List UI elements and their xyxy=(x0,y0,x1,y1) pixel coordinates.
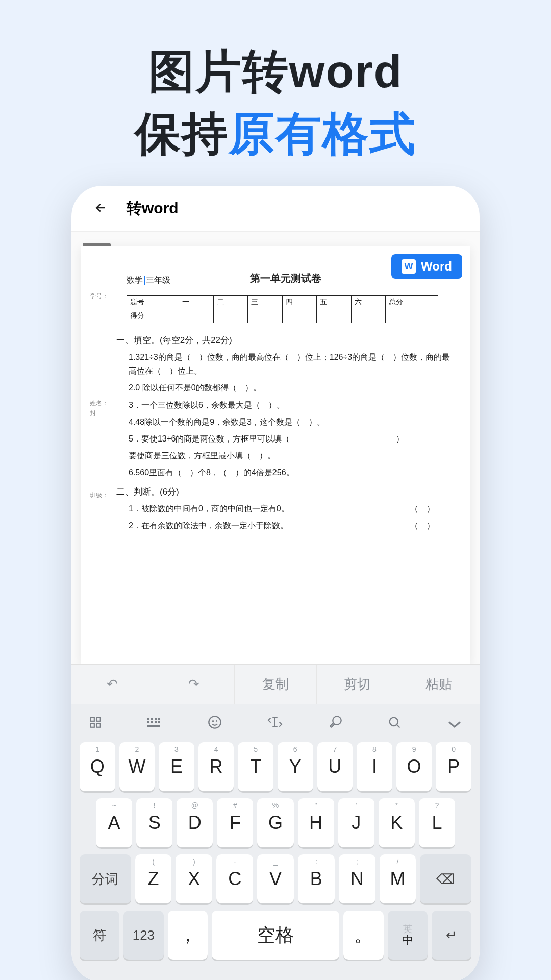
text-cursor xyxy=(144,276,145,285)
back-button[interactable] xyxy=(87,194,114,223)
kb-collapse-icon[interactable] xyxy=(447,716,462,732)
svg-point-16 xyxy=(390,718,398,726)
kb-cursor-icon[interactable] xyxy=(267,716,283,732)
question-line[interactable]: 要使商是三位数，方框里最小填（ ）。 xyxy=(129,449,455,462)
svg-rect-4 xyxy=(147,718,149,720)
key-o[interactable]: 9O xyxy=(396,742,432,791)
undo-button[interactable]: ↶ xyxy=(71,665,153,704)
export-word-button[interactable]: W Word xyxy=(391,254,462,279)
kb-voice-icon[interactable] xyxy=(328,715,342,733)
svg-rect-2 xyxy=(90,723,94,727)
key-k[interactable]: *K xyxy=(379,798,415,847)
score-table[interactable]: 题号一二三四五六总分 得分 xyxy=(127,295,438,323)
keyboard-toolbar xyxy=(76,709,475,742)
key-分词[interactable]: 分词 xyxy=(80,854,131,903)
question-line[interactable]: 2.0 除以任何不是0的数都得（ ）。 xyxy=(129,381,455,395)
key-w[interactable]: 2W xyxy=(119,742,155,791)
question-line[interactable]: 4.48除以一个数的商是9，余数是3，这个数是（ ）。 xyxy=(129,415,455,429)
svg-rect-5 xyxy=(151,718,153,720)
key-r[interactable]: 4R xyxy=(198,742,234,791)
svg-rect-3 xyxy=(96,723,101,727)
svg-point-15 xyxy=(216,721,217,721)
svg-rect-9 xyxy=(151,721,153,723)
svg-rect-1 xyxy=(96,717,101,721)
key-m[interactable]: /M xyxy=(380,854,416,903)
key-123[interactable]: 123 xyxy=(123,911,163,960)
key-，[interactable]: ， xyxy=(168,911,208,960)
key-。[interactable]: 。 xyxy=(343,911,383,960)
key-e[interactable]: 3E xyxy=(159,742,194,791)
key-d[interactable]: @D xyxy=(177,798,213,847)
key-f[interactable]: #F xyxy=(217,798,253,847)
key-n[interactable]: ;N xyxy=(339,854,375,903)
table-row: 得分 xyxy=(127,309,438,323)
app-bar: 转word xyxy=(71,186,480,232)
key-q[interactable]: 1Q xyxy=(80,742,115,791)
key-t[interactable]: 5T xyxy=(238,742,273,791)
key-s[interactable]: !S xyxy=(136,798,172,847)
table-row: 题号一二三四五六总分 xyxy=(127,296,438,309)
key-a[interactable]: ~A xyxy=(96,798,132,847)
kb-apps-icon[interactable] xyxy=(89,716,102,732)
section-header[interactable]: 二、判断。(6分) xyxy=(116,486,455,498)
section-header[interactable]: 一、填空。(每空2分，共22分) xyxy=(116,334,455,346)
key-x[interactable]: )X xyxy=(176,854,212,903)
key-c[interactable]: -C xyxy=(216,854,253,903)
document-area[interactable]: 1/1 W Word 学号： 姓名： 封 班级： 第一单元测试卷 数学三年级 题… xyxy=(71,232,480,664)
page-title: 转word xyxy=(127,198,179,219)
side-label-name: 姓名： xyxy=(90,399,108,408)
key-j[interactable]: 'J xyxy=(338,798,374,847)
key-enter[interactable]: ↵ xyxy=(432,911,471,960)
key-h[interactable]: "H xyxy=(298,798,334,847)
hero-line1: 图片转word xyxy=(148,46,403,97)
svg-rect-0 xyxy=(90,717,94,721)
key-l[interactable]: ?L xyxy=(419,798,455,847)
redo-button[interactable]: ↷ xyxy=(153,665,235,704)
kb-emoji-icon[interactable] xyxy=(208,715,222,733)
copy-button[interactable]: 复制 xyxy=(235,665,316,704)
key-lang[interactable]: 英中 xyxy=(388,911,428,960)
svg-rect-6 xyxy=(155,718,157,720)
keyboard: 1Q2W3E4R5T6Y7U8I9O0P ~A!S@D#F%G"H'J*K?L … xyxy=(71,704,480,980)
svg-rect-10 xyxy=(155,721,157,723)
svg-rect-7 xyxy=(158,718,160,720)
key-p[interactable]: 0P xyxy=(436,742,471,791)
question-line[interactable]: 1.321÷3的商是（ ）位数，商的最高位在（ ）位上；126÷3的商是（ ）位… xyxy=(129,350,455,378)
hero-line2a: 保持 xyxy=(135,108,229,159)
key-v[interactable]: _V xyxy=(257,854,294,903)
svg-point-13 xyxy=(209,716,221,728)
side-label-id: 学号： xyxy=(90,292,108,301)
svg-point-14 xyxy=(213,721,213,721)
svg-rect-8 xyxy=(147,721,149,723)
svg-rect-11 xyxy=(158,721,160,723)
hero-line2b: 原有格式 xyxy=(229,108,416,159)
phone-mockup: 转word 1/1 W Word 学号： 姓名： 封 班级： 第一单元测试卷 数… xyxy=(71,186,480,980)
kb-layout-icon[interactable] xyxy=(147,716,163,732)
kb-search-icon[interactable] xyxy=(387,715,402,733)
paste-button[interactable]: 粘贴 xyxy=(398,665,480,704)
key-i[interactable]: 8I xyxy=(357,742,392,791)
key-space[interactable]: 空格 xyxy=(212,911,339,960)
edit-toolbar: ↶ ↷ 复制 剪切 粘贴 xyxy=(71,664,480,704)
question-line[interactable]: 5．要使13÷6的商是两位数，方框里可以填（ ） xyxy=(129,432,455,446)
key-b[interactable]: :B xyxy=(298,854,335,903)
question-line[interactable]: 2．在有余数的除法中，余数一定小于除数。（ ） xyxy=(129,519,455,532)
key-符[interactable]: 符 xyxy=(80,911,119,960)
question-line[interactable]: 6.560里面有（ ）个8，（ ）的4倍是256。 xyxy=(129,465,455,479)
document-page[interactable]: W Word 学号： 姓名： 封 班级： 第一单元测试卷 数学三年级 题号一二三… xyxy=(81,246,470,664)
word-icon: W xyxy=(402,259,416,274)
question-line[interactable]: 1．被除数的中间有0，商的中间也一定有0。（ ） xyxy=(129,502,455,516)
question-line[interactable]: 3．一个三位数除以6，余数最大是（ ）。 xyxy=(129,398,455,412)
hero-title: 图片转word 保持原有格式 xyxy=(0,0,551,186)
side-label-seal: 封 xyxy=(90,409,96,418)
key-z[interactable]: (Z xyxy=(135,854,172,903)
key-g[interactable]: %G xyxy=(257,798,293,847)
cut-button[interactable]: 剪切 xyxy=(317,665,398,704)
key-backspace[interactable]: ⌫ xyxy=(420,854,471,903)
side-label-class: 班级： xyxy=(90,491,108,500)
key-u[interactable]: 7U xyxy=(317,742,353,791)
svg-rect-12 xyxy=(147,725,160,727)
key-y[interactable]: 6Y xyxy=(278,742,313,791)
